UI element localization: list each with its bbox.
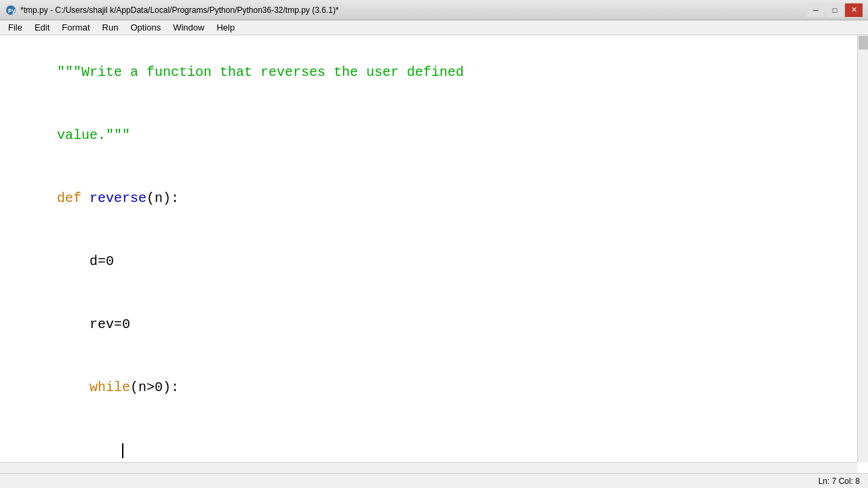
function-name: reverse: [90, 190, 146, 206]
cursor-position: Ln: 7 Col: 8: [818, 476, 860, 486]
title-bar-buttons: ─ □ ✕: [807, 3, 863, 17]
code-line-5: rev=0: [8, 293, 860, 356]
code-line-6: while(n>0):: [8, 356, 860, 419]
close-button[interactable]: ✕: [845, 3, 863, 17]
docstring-line-2: value.""": [57, 127, 130, 143]
keyword-while: while: [57, 380, 130, 395]
code-line-4: d=0: [8, 230, 860, 293]
menu-run[interactable]: Run: [97, 21, 124, 34]
function-params: (n):: [146, 190, 179, 206]
scrollbar-thumb-vertical[interactable]: [859, 36, 868, 49]
python-icon: Py: [5, 5, 16, 16]
scrollbar-horizontal[interactable]: [0, 462, 857, 473]
menu-bar: File Edit Format Run Options Window Help: [0, 20, 868, 35]
keyword-def: def: [57, 190, 90, 206]
code-line-1: """Write a function that reverses the us…: [8, 41, 860, 104]
svg-text:Py: Py: [8, 8, 16, 15]
menu-window[interactable]: Window: [167, 21, 210, 34]
menu-format[interactable]: Format: [56, 21, 95, 34]
menu-options[interactable]: Options: [125, 21, 166, 34]
maximize-button[interactable]: □: [826, 3, 844, 17]
code-line-2: value.""": [8, 104, 860, 167]
window-title: *tmp.py - C:/Users/shajil k/AppData/Loca…: [20, 5, 339, 15]
stmt-d: d=0: [57, 253, 114, 269]
title-bar-left: Py *tmp.py - C:/Users/shajil k/AppData/L…: [5, 5, 339, 16]
status-bar: Ln: 7 Col: 8: [0, 473, 868, 488]
menu-help[interactable]: Help: [211, 21, 240, 34]
docstring-line-1: """Write a function that reverses the us…: [57, 64, 464, 80]
code-editor[interactable]: """Write a function that reverses the us…: [0, 35, 868, 473]
editor-container[interactable]: """Write a function that reverses the us…: [0, 35, 868, 473]
minimize-button[interactable]: ─: [807, 3, 825, 17]
stmt-rev: rev=0: [57, 317, 130, 332]
text-cursor: [122, 443, 123, 458]
while-condition: (n>0):: [130, 380, 179, 395]
indent-spaces: [57, 443, 122, 458]
code-line-3: def reverse(n):: [8, 167, 860, 230]
title-bar: Py *tmp.py - C:/Users/shajil k/AppData/L…: [0, 0, 868, 20]
menu-edit[interactable]: Edit: [29, 21, 55, 34]
scrollbar-vertical[interactable]: [857, 35, 868, 462]
menu-file[interactable]: File: [3, 21, 28, 34]
